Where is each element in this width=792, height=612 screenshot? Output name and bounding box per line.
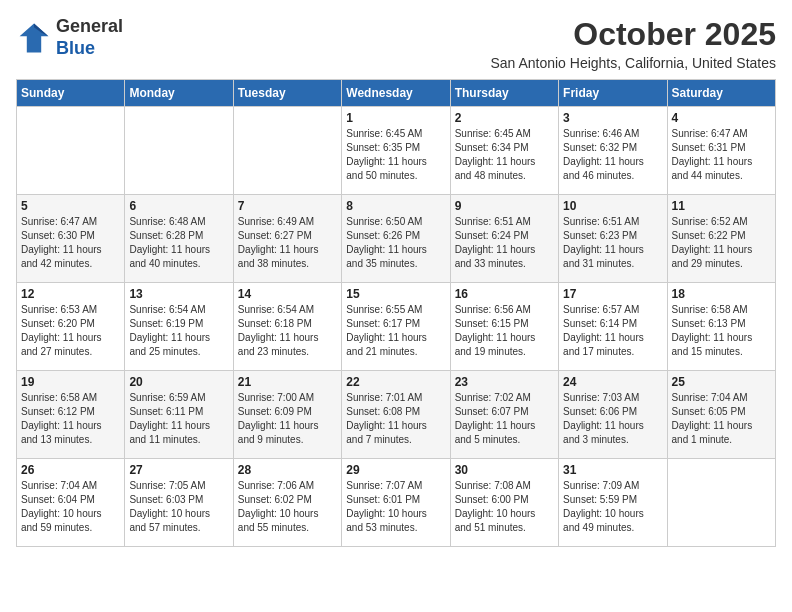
day-number: 4 — [672, 111, 771, 125]
day-number: 7 — [238, 199, 337, 213]
day-number: 2 — [455, 111, 554, 125]
day-info: Sunrise: 6:57 AM Sunset: 6:14 PM Dayligh… — [563, 303, 662, 359]
day-number: 5 — [21, 199, 120, 213]
calendar-day-cell: 21Sunrise: 7:00 AM Sunset: 6:09 PM Dayli… — [233, 371, 341, 459]
day-info: Sunrise: 6:58 AM Sunset: 6:12 PM Dayligh… — [21, 391, 120, 447]
calendar-day-cell: 24Sunrise: 7:03 AM Sunset: 6:06 PM Dayli… — [559, 371, 667, 459]
calendar-day-cell: 22Sunrise: 7:01 AM Sunset: 6:08 PM Dayli… — [342, 371, 450, 459]
day-number: 19 — [21, 375, 120, 389]
calendar-table: SundayMondayTuesdayWednesdayThursdayFrid… — [16, 79, 776, 547]
calendar-header-wednesday: Wednesday — [342, 80, 450, 107]
day-number: 3 — [563, 111, 662, 125]
calendar-header-row: SundayMondayTuesdayWednesdayThursdayFrid… — [17, 80, 776, 107]
day-info: Sunrise: 6:54 AM Sunset: 6:18 PM Dayligh… — [238, 303, 337, 359]
day-number: 12 — [21, 287, 120, 301]
calendar-day-cell: 30Sunrise: 7:08 AM Sunset: 6:00 PM Dayli… — [450, 459, 558, 547]
day-info: Sunrise: 7:09 AM Sunset: 5:59 PM Dayligh… — [563, 479, 662, 535]
day-number: 6 — [129, 199, 228, 213]
calendar-body: 1Sunrise: 6:45 AM Sunset: 6:35 PM Daylig… — [17, 107, 776, 547]
calendar-week-row: 26Sunrise: 7:04 AM Sunset: 6:04 PM Dayli… — [17, 459, 776, 547]
day-info: Sunrise: 6:50 AM Sunset: 6:26 PM Dayligh… — [346, 215, 445, 271]
day-info: Sunrise: 7:08 AM Sunset: 6:00 PM Dayligh… — [455, 479, 554, 535]
day-info: Sunrise: 7:04 AM Sunset: 6:04 PM Dayligh… — [21, 479, 120, 535]
logo: General Blue — [16, 16, 123, 59]
calendar-day-cell: 6Sunrise: 6:48 AM Sunset: 6:28 PM Daylig… — [125, 195, 233, 283]
day-number: 28 — [238, 463, 337, 477]
calendar-week-row: 1Sunrise: 6:45 AM Sunset: 6:35 PM Daylig… — [17, 107, 776, 195]
day-number: 9 — [455, 199, 554, 213]
day-info: Sunrise: 6:45 AM Sunset: 6:35 PM Dayligh… — [346, 127, 445, 183]
day-number: 16 — [455, 287, 554, 301]
calendar-day-cell: 27Sunrise: 7:05 AM Sunset: 6:03 PM Dayli… — [125, 459, 233, 547]
day-info: Sunrise: 6:56 AM Sunset: 6:15 PM Dayligh… — [455, 303, 554, 359]
day-info: Sunrise: 6:49 AM Sunset: 6:27 PM Dayligh… — [238, 215, 337, 271]
day-info: Sunrise: 6:54 AM Sunset: 6:19 PM Dayligh… — [129, 303, 228, 359]
day-number: 21 — [238, 375, 337, 389]
location: San Antonio Heights, California, United … — [490, 55, 776, 71]
calendar-day-cell: 28Sunrise: 7:06 AM Sunset: 6:02 PM Dayli… — [233, 459, 341, 547]
day-info: Sunrise: 7:04 AM Sunset: 6:05 PM Dayligh… — [672, 391, 771, 447]
calendar-day-cell: 9Sunrise: 6:51 AM Sunset: 6:24 PM Daylig… — [450, 195, 558, 283]
day-info: Sunrise: 6:48 AM Sunset: 6:28 PM Dayligh… — [129, 215, 228, 271]
day-number: 27 — [129, 463, 228, 477]
day-number: 11 — [672, 199, 771, 213]
calendar-day-cell: 25Sunrise: 7:04 AM Sunset: 6:05 PM Dayli… — [667, 371, 775, 459]
calendar-day-cell: 26Sunrise: 7:04 AM Sunset: 6:04 PM Dayli… — [17, 459, 125, 547]
day-info: Sunrise: 6:51 AM Sunset: 6:24 PM Dayligh… — [455, 215, 554, 271]
day-number: 20 — [129, 375, 228, 389]
day-info: Sunrise: 6:59 AM Sunset: 6:11 PM Dayligh… — [129, 391, 228, 447]
day-info: Sunrise: 6:55 AM Sunset: 6:17 PM Dayligh… — [346, 303, 445, 359]
day-info: Sunrise: 7:00 AM Sunset: 6:09 PM Dayligh… — [238, 391, 337, 447]
day-number: 29 — [346, 463, 445, 477]
svg-marker-1 — [20, 23, 49, 52]
calendar-day-cell: 4Sunrise: 6:47 AM Sunset: 6:31 PM Daylig… — [667, 107, 775, 195]
calendar-day-cell: 11Sunrise: 6:52 AM Sunset: 6:22 PM Dayli… — [667, 195, 775, 283]
calendar-day-cell: 5Sunrise: 6:47 AM Sunset: 6:30 PM Daylig… — [17, 195, 125, 283]
calendar-day-cell: 18Sunrise: 6:58 AM Sunset: 6:13 PM Dayli… — [667, 283, 775, 371]
day-info: Sunrise: 7:01 AM Sunset: 6:08 PM Dayligh… — [346, 391, 445, 447]
calendar-day-cell: 20Sunrise: 6:59 AM Sunset: 6:11 PM Dayli… — [125, 371, 233, 459]
calendar-header-saturday: Saturday — [667, 80, 775, 107]
calendar-day-cell: 14Sunrise: 6:54 AM Sunset: 6:18 PM Dayli… — [233, 283, 341, 371]
calendar-header-tuesday: Tuesday — [233, 80, 341, 107]
day-number: 14 — [238, 287, 337, 301]
day-info: Sunrise: 6:52 AM Sunset: 6:22 PM Dayligh… — [672, 215, 771, 271]
calendar-day-cell: 15Sunrise: 6:55 AM Sunset: 6:17 PM Dayli… — [342, 283, 450, 371]
calendar-day-cell: 3Sunrise: 6:46 AM Sunset: 6:32 PM Daylig… — [559, 107, 667, 195]
calendar-day-cell: 13Sunrise: 6:54 AM Sunset: 6:19 PM Dayli… — [125, 283, 233, 371]
day-number: 22 — [346, 375, 445, 389]
day-number: 1 — [346, 111, 445, 125]
day-info: Sunrise: 6:46 AM Sunset: 6:32 PM Dayligh… — [563, 127, 662, 183]
day-info: Sunrise: 6:45 AM Sunset: 6:34 PM Dayligh… — [455, 127, 554, 183]
calendar-day-cell: 31Sunrise: 7:09 AM Sunset: 5:59 PM Dayli… — [559, 459, 667, 547]
day-info: Sunrise: 7:05 AM Sunset: 6:03 PM Dayligh… — [129, 479, 228, 535]
logo-icon — [16, 20, 52, 56]
calendar-day-cell — [667, 459, 775, 547]
day-info: Sunrise: 6:51 AM Sunset: 6:23 PM Dayligh… — [563, 215, 662, 271]
title-block: October 2025 San Antonio Heights, Califo… — [490, 16, 776, 71]
calendar-header-friday: Friday — [559, 80, 667, 107]
calendar-header-thursday: Thursday — [450, 80, 558, 107]
logo-text: General Blue — [56, 16, 123, 59]
calendar-day-cell — [125, 107, 233, 195]
day-number: 23 — [455, 375, 554, 389]
calendar-day-cell: 8Sunrise: 6:50 AM Sunset: 6:26 PM Daylig… — [342, 195, 450, 283]
day-info: Sunrise: 6:58 AM Sunset: 6:13 PM Dayligh… — [672, 303, 771, 359]
calendar-day-cell: 12Sunrise: 6:53 AM Sunset: 6:20 PM Dayli… — [17, 283, 125, 371]
calendar-week-row: 5Sunrise: 6:47 AM Sunset: 6:30 PM Daylig… — [17, 195, 776, 283]
calendar-week-row: 19Sunrise: 6:58 AM Sunset: 6:12 PM Dayli… — [17, 371, 776, 459]
calendar-day-cell: 23Sunrise: 7:02 AM Sunset: 6:07 PM Dayli… — [450, 371, 558, 459]
calendar-day-cell: 2Sunrise: 6:45 AM Sunset: 6:34 PM Daylig… — [450, 107, 558, 195]
calendar-day-cell: 17Sunrise: 6:57 AM Sunset: 6:14 PM Dayli… — [559, 283, 667, 371]
day-info: Sunrise: 6:53 AM Sunset: 6:20 PM Dayligh… — [21, 303, 120, 359]
day-info: Sunrise: 7:02 AM Sunset: 6:07 PM Dayligh… — [455, 391, 554, 447]
calendar-header-monday: Monday — [125, 80, 233, 107]
calendar-week-row: 12Sunrise: 6:53 AM Sunset: 6:20 PM Dayli… — [17, 283, 776, 371]
calendar-day-cell: 1Sunrise: 6:45 AM Sunset: 6:35 PM Daylig… — [342, 107, 450, 195]
calendar-day-cell — [17, 107, 125, 195]
day-number: 15 — [346, 287, 445, 301]
calendar-day-cell: 19Sunrise: 6:58 AM Sunset: 6:12 PM Dayli… — [17, 371, 125, 459]
day-info: Sunrise: 7:07 AM Sunset: 6:01 PM Dayligh… — [346, 479, 445, 535]
day-info: Sunrise: 7:06 AM Sunset: 6:02 PM Dayligh… — [238, 479, 337, 535]
day-info: Sunrise: 7:03 AM Sunset: 6:06 PM Dayligh… — [563, 391, 662, 447]
